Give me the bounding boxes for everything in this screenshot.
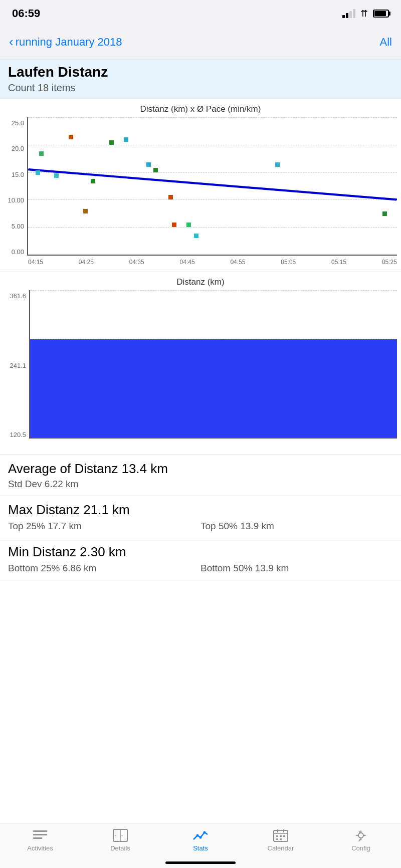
x-label: 04:45 — [180, 259, 195, 266]
scatter-dot — [194, 234, 198, 238]
status-time: 06:59 — [12, 7, 40, 20]
grid-line — [30, 290, 397, 291]
average-stat-row: Average of Distanz 13.4 km Std Dev 6.22 … — [0, 455, 401, 496]
min-stat-row: Min Distanz 2.30 km Bottom 25% 6.86 km B… — [0, 538, 401, 580]
std-dev: Std Dev 6.22 km — [8, 479, 393, 490]
x-label: 05:05 — [281, 259, 296, 266]
scatter-dot — [146, 162, 151, 167]
chevron-left-icon: ‹ — [9, 34, 14, 50]
scatter-dot — [83, 209, 88, 213]
x-label: 05:25 — [382, 259, 397, 266]
x-label: 05:15 — [331, 259, 346, 266]
grid-line — [28, 227, 397, 228]
all-button[interactable]: All — [380, 36, 392, 49]
svg-line-0 — [28, 169, 397, 199]
bar-chart-title: Distanz (km) — [4, 277, 397, 287]
trend-line — [28, 117, 397, 255]
stats-section: Average of Distanz 13.4 km Std Dev 6.22 … — [0, 455, 401, 580]
scatter-dot — [172, 223, 176, 227]
top-25: Top 25% 17.7 km — [8, 521, 200, 532]
top-50: Top 50% 13.9 km — [200, 521, 393, 532]
scatter-chart-title: Distanz (km) x Ø Pace (min/km) — [4, 104, 397, 114]
scatter-dot — [382, 211, 387, 216]
scatter-dot — [124, 137, 128, 142]
scatter-dot — [153, 168, 158, 172]
grid-line — [28, 145, 397, 145]
min-distanz: Min Distanz 2.30 km — [8, 544, 393, 560]
scatter-dot — [39, 151, 44, 156]
bottom-25: Bottom 25% 6.86 km — [8, 563, 200, 574]
bar-fill — [30, 339, 397, 438]
status-bar: 06:59 ⇈ — [0, 0, 401, 27]
battery-icon — [373, 10, 389, 18]
page-title: Laufen Distanz — [8, 64, 393, 80]
scatter-dot — [168, 195, 173, 199]
scatter-dot — [91, 179, 95, 183]
scatter-y-axis: 25.0 20.0 15.0 10.00 5.00 0.00 — [4, 117, 27, 268]
back-button[interactable]: ‹ running January 2018 — [9, 34, 122, 50]
max-stat-row: Max Distanz 21.1 km Top 25% 17.7 km Top … — [0, 496, 401, 538]
scatter-dot — [54, 173, 59, 178]
scatter-dot — [69, 135, 73, 139]
grid-line — [28, 172, 397, 173]
scatter-chart: 25.0 20.0 15.0 10.00 5.00 0.00 — [4, 117, 397, 268]
grid-line — [28, 199, 397, 200]
wifi-icon: ⇈ — [360, 8, 368, 19]
nav-bar: ‹ running January 2018 All — [0, 27, 401, 57]
max-distanz: Max Distanz 21.1 km — [8, 502, 393, 518]
bar-chart-container: Distanz (km) 361.6 241.1 120.5 Jan 18 — [0, 272, 401, 455]
bottom-50: Bottom 50% 13.9 km — [200, 563, 393, 574]
signal-icon — [342, 9, 355, 18]
x-label: 04:25 — [79, 259, 94, 266]
scatter-chart-container: Distanz (km) x Ø Pace (min/km) 25.0 20.0… — [0, 99, 401, 272]
x-label: 04:15 — [28, 259, 43, 266]
scatter-dot — [36, 170, 40, 175]
x-label: 04:55 — [230, 259, 245, 266]
average-distanz: Average of Distanz 13.4 km — [8, 461, 393, 477]
bar-y-axis: 361.6 241.1 120.5 — [4, 290, 29, 451]
scatter-dot — [109, 140, 114, 145]
bar-chart: 361.6 241.1 120.5 Jan 18 Feb 18 — [4, 290, 397, 451]
status-icons: ⇈ — [342, 8, 389, 19]
grid-line — [28, 117, 397, 118]
x-label: 04:35 — [129, 259, 144, 266]
header-section: Laufen Distanz Count 18 items — [0, 57, 401, 99]
scatter-dot — [186, 223, 191, 227]
scatter-dot — [275, 162, 280, 167]
item-count: Count 18 items — [8, 82, 393, 94]
